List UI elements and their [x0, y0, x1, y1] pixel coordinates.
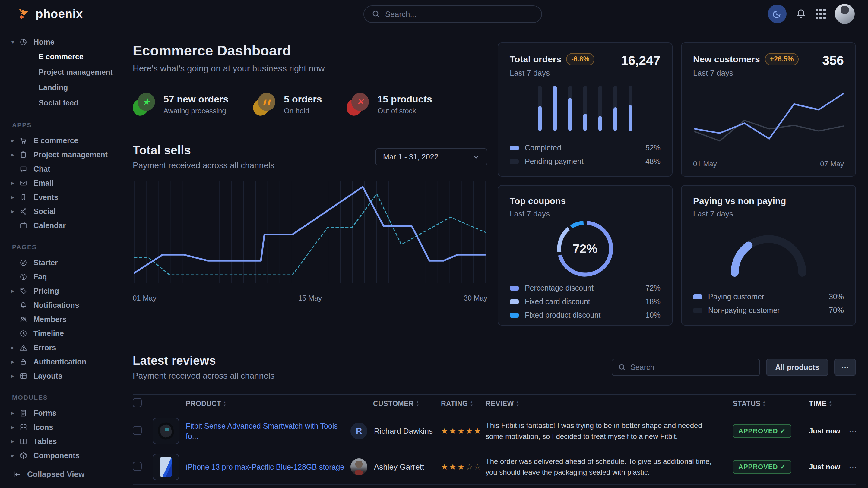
legend-swatch [510, 286, 519, 291]
sidebar-item-layouts[interactable]: ▸Layouts [0, 369, 115, 383]
column-header-time[interactable]: TIME ▴▾ [809, 399, 831, 408]
chevron-down-icon [473, 154, 479, 160]
stat-item: ❚❚5 ordersOn hold [253, 93, 322, 116]
share-icon [19, 207, 33, 216]
stat-label: Out of stock [377, 107, 432, 115]
file-icon [19, 409, 33, 417]
row-menu-button[interactable]: ⋯ [849, 462, 856, 472]
product-link[interactable]: iPhone 13 pro max-Pacific Blue-128GB sto… [186, 462, 344, 472]
box-icon [19, 452, 33, 460]
sidebar-item-social[interactable]: ▸Social [0, 204, 115, 219]
sidebar-item-errors[interactable]: ▸Errors [0, 340, 115, 355]
legend-label: Pending payment [525, 157, 584, 166]
card-title: New customers [693, 54, 760, 65]
sidebar-item-landing[interactable]: Landing [0, 80, 115, 95]
sidebar-item-calendar[interactable]: Calendar [0, 219, 115, 233]
moon-icon [772, 9, 782, 19]
status-badge: APPROVED ✓ [733, 424, 792, 438]
legend-value: 30% [829, 292, 844, 301]
legend-row: Non-paying customer70% [693, 306, 844, 315]
customer-name: Richard Dawkins [374, 426, 433, 436]
column-header-review[interactable]: REVIEW ▴▾ [486, 400, 518, 408]
sidebar-item-forms[interactable]: ▸Forms [0, 406, 115, 420]
caret-down-icon: ▾ [11, 39, 19, 45]
caret-right-icon: ▸ [11, 152, 19, 158]
notifications-button[interactable] [796, 8, 806, 19]
stat-label: Awating processing [163, 107, 228, 115]
sidebar-item-project-management[interactable]: Project management [0, 65, 115, 80]
theme-toggle-button[interactable] [768, 4, 786, 23]
reviews-search[interactable] [612, 359, 760, 376]
all-products-button[interactable]: All products [766, 359, 828, 376]
sidebar-item-authentication[interactable]: ▸Authentication [0, 355, 115, 369]
table-row: Fitbit Sense Advanced Smartwatch with To… [133, 413, 856, 449]
x-axis-tick: 01 May [133, 294, 157, 302]
column-header-status[interactable]: STATUS ▴▾ [733, 400, 765, 408]
sidebar-item-faq[interactable]: Faq [0, 270, 115, 284]
clipboard-icon [19, 151, 33, 159]
apps-grid-button[interactable] [815, 9, 826, 19]
caret-right-icon: ▸ [11, 345, 19, 351]
sidebar-section-label: MODULES [12, 394, 115, 401]
sidebar-item-e-commerce[interactable]: ▸E commerce [0, 133, 115, 148]
sidebar-item-pricing[interactable]: ▸Pricing [0, 284, 115, 298]
legend-swatch [510, 159, 519, 164]
sidebar-item-email[interactable]: ▸Email [0, 176, 115, 190]
caret-right-icon: ▸ [11, 373, 19, 379]
sidebar-item-events[interactable]: ▸Events [0, 190, 115, 204]
caret-right-icon: ▸ [11, 438, 19, 445]
sidebar-item-project-management[interactable]: ▸Project management [0, 148, 115, 162]
collapse-view-toggle[interactable]: Collapsed View [0, 462, 115, 488]
legend-value: 18% [645, 297, 660, 306]
brand-logo[interactable]: phoenix [17, 7, 83, 21]
reviews-subtitle: Payment received across all channels [133, 371, 275, 381]
order-bar [583, 86, 587, 131]
column-header-rating[interactable]: RATING ▴▾ [441, 400, 472, 408]
user-avatar[interactable] [835, 4, 855, 24]
search-input[interactable] [385, 10, 533, 19]
product-link[interactable]: Fitbit Sense Advanced Smartwatch with To… [186, 421, 350, 441]
sidebar-item-starter[interactable]: Starter [0, 256, 115, 270]
sidebar-item-components[interactable]: ▸Components [0, 449, 115, 463]
column-header-product[interactable]: PRODUCT ▴▾ [186, 400, 226, 408]
reviews-search-input[interactable] [630, 363, 753, 372]
global-search[interactable] [364, 5, 542, 23]
sidebar-item-social-feed[interactable]: Social feed [0, 95, 115, 110]
sidebar-group-home[interactable]: ▾Home [0, 35, 115, 49]
status-badge: APPROVED ✓ [733, 460, 792, 474]
trend-badge: +26.5% [765, 53, 799, 65]
select-all-checkbox[interactable] [133, 398, 142, 407]
legend-value: 70% [829, 306, 844, 315]
paying-card: Paying vs non paying Last 7 days Paying … [681, 185, 856, 326]
reviews-title: Latest reviews [133, 354, 275, 367]
sidebar-item-notifications[interactable]: Notifications [0, 298, 115, 312]
caret-right-icon: ▸ [11, 424, 19, 430]
order-bar [598, 86, 602, 131]
pie-chart-icon [19, 38, 33, 46]
row-checkbox[interactable] [133, 462, 142, 471]
sidebar-item-tables[interactable]: ▸Tables [0, 434, 115, 449]
legend-row: Paying customer30% [693, 292, 844, 301]
legend-row: Completed52% [510, 143, 660, 152]
sidebar-item-e-commerce[interactable]: E commerce [0, 49, 115, 65]
sort-icon: ▴▾ [829, 400, 831, 406]
column-header-customer[interactable]: CUSTOMER ▴▾ [373, 400, 418, 408]
legend-row: Fixed product discount10% [510, 311, 660, 320]
sort-icon: ▴▾ [470, 400, 472, 406]
table-row [133, 484, 856, 488]
row-menu-button[interactable]: ⋯ [849, 426, 856, 436]
caret-right-icon: ▸ [11, 288, 19, 294]
reviews-menu-button[interactable]: ⋯ [834, 359, 856, 376]
sidebar-item-timeline[interactable]: Timeline [0, 326, 115, 340]
question-icon [19, 273, 33, 281]
legend-label: Non-paying customer [708, 306, 780, 315]
caret-right-icon: ▸ [11, 180, 19, 186]
total-sells-chart: 01 May15 May30 May [133, 179, 487, 302]
row-checkbox[interactable] [133, 426, 142, 435]
sidebar-item-icons[interactable]: ▸Icons [0, 420, 115, 434]
new-customers-value: 356 [822, 53, 844, 68]
date-range-select[interactable]: Mar 1 - 31, 2022 [375, 148, 487, 165]
sidebar-item-chat[interactable]: Chat [0, 162, 115, 176]
sidebar-item-members[interactable]: Members [0, 312, 115, 326]
envelope-icon [19, 179, 33, 187]
